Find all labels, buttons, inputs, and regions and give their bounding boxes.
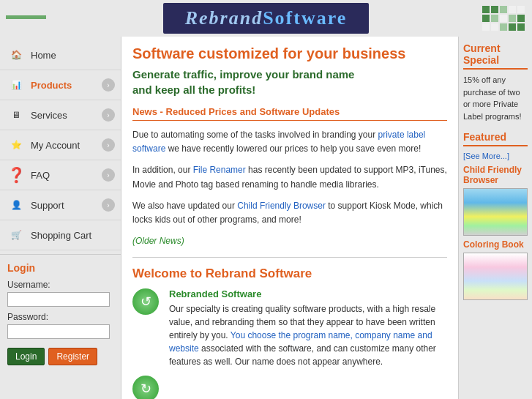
current-special-text: 15% off any purchase of two or more Priv… [463, 74, 528, 122]
services-arrow: › [102, 108, 115, 122]
rebrand-item: ↺ Rebranded Software Our specialty is cr… [132, 288, 447, 368]
account-arrow: › [102, 138, 115, 152]
logo-right-decoration [473, 6, 532, 31]
older-news-link[interactable]: (Older News) [132, 236, 184, 246]
products-icon: 📊 [6, 75, 26, 95]
current-special-title: CurrentSpecial [463, 42, 528, 70]
cart-icon: 🛒 [6, 225, 26, 245]
rebrand-arrow-icon: ↺ [132, 288, 159, 315]
sidebar-item-support[interactable]: 👤 Support › [0, 190, 121, 220]
faq-icon: ❓ [6, 165, 26, 185]
rebrand-subtitle: Rebranded Software [169, 288, 447, 299]
register-button[interactable]: Register [48, 348, 97, 365]
file-renamer-link[interactable]: File Renamer [193, 165, 246, 175]
see-more-link[interactable]: [See More...] [463, 152, 509, 160]
site-logo[interactable]: RebrandSoftware [163, 3, 370, 34]
login-button[interactable]: Login [7, 348, 45, 365]
login-title: Login [7, 262, 113, 274]
sidebar-item-cart[interactable]: 🛒 Shopping Cart [0, 220, 121, 250]
services-icon: 🖥 [6, 105, 26, 125]
section-divider [132, 257, 447, 258]
password-input[interactable] [7, 324, 110, 339]
account-icon: ⭐ [6, 135, 26, 155]
username-label: Username: [7, 280, 113, 290]
sidebar-item-faq[interactable]: ❓ FAQ › [0, 160, 121, 190]
product1-thumb-img [464, 189, 527, 235]
rebrand-text: Our specialty is creating quality softwa… [169, 302, 447, 368]
sidebar-item-products[interactable]: 📊 Products › [0, 70, 121, 100]
header-green-bar [6, 15, 46, 19]
current-special-section: CurrentSpecial 15% off any purchase of t… [463, 42, 528, 122]
main-layout: 🏠 Home 📊 Products › 🖥 Services › ⭐ My Ac… [0, 37, 532, 399]
main-content: Software customized for your business Ge… [121, 37, 459, 399]
product2-name: Coloring Book [463, 239, 528, 250]
private-label-link[interactable]: private label software [132, 130, 425, 154]
sidebar-label-services: Services [31, 110, 102, 121]
welcome-title: Welcome to Rebrand Software [132, 266, 447, 281]
right-panel: CurrentSpecial 15% off any purchase of t… [459, 37, 532, 399]
main-subheadline: Generate traffic, improve your brand nam… [132, 67, 447, 97]
home-icon: 🏠 [6, 45, 26, 65]
faq-arrow: › [102, 168, 115, 182]
sidebar-label-account: My Account [31, 140, 102, 151]
header: RebrandSoftware [0, 0, 532, 37]
news-body: Due to automating some of the tasks invo… [132, 128, 447, 248]
older-news-link-wrap: (Older News) [132, 234, 447, 248]
support-icon: 👤 [6, 195, 26, 215]
login-section: Login Username: Password: Login Register [0, 254, 121, 373]
main-headline: Software customized for your business [132, 45, 447, 62]
rebrand-arrow-icon-2: ↻ [132, 376, 159, 399]
products-arrow: › [102, 78, 115, 92]
rebrand-text-block: Rebranded Software Our specialty is crea… [169, 288, 447, 368]
rebrand-software-icon-2: ↻ [132, 376, 162, 399]
featured-title: Featured [463, 131, 528, 146]
sidebar-item-home[interactable]: 🏠 Home [0, 40, 121, 70]
rebrand-software-icon: ↺ [132, 288, 162, 318]
product2-thumb [463, 253, 528, 300]
news-paragraph-3: We also have updated our Child Friendly … [132, 199, 447, 227]
product2-thumb-img [464, 253, 527, 299]
sidebar: 🏠 Home 📊 Products › 🖥 Services › ⭐ My Ac… [0, 37, 121, 399]
logo-area: RebrandSoftware [59, 3, 473, 34]
child-browser-link[interactable]: Child Friendly Browser [237, 201, 326, 211]
featured-section: Featured [See More...] Child Friendly Br… [463, 131, 528, 300]
product1-name: Child Friendly Browser [463, 165, 528, 185]
sidebar-item-services[interactable]: 🖥 Services › [0, 100, 121, 130]
support-arrow: › [102, 198, 115, 212]
news-paragraph-2: In addition, our File Renamer has recent… [132, 163, 447, 191]
login-buttons: Login Register [7, 348, 113, 365]
news-title: News - Reduced Prices and Software Updat… [132, 106, 447, 121]
sidebar-item-account[interactable]: ⭐ My Account › [0, 130, 121, 160]
username-input[interactable] [7, 292, 110, 307]
you-choose-link[interactable]: You choose the program name, company nam… [169, 330, 432, 354]
news-paragraph-1: Due to automating some of the tasks invo… [132, 128, 447, 156]
sidebar-label-cart: Shopping Cart [31, 230, 115, 241]
product1-thumb [463, 188, 528, 236]
password-label: Password: [7, 312, 113, 322]
sidebar-label-products: Products [31, 80, 102, 91]
sidebar-label-support: Support [31, 200, 102, 211]
rebrand-item-2: ↻ [132, 376, 447, 399]
sidebar-label-faq: FAQ [31, 170, 102, 181]
sidebar-label-home: Home [31, 50, 115, 61]
